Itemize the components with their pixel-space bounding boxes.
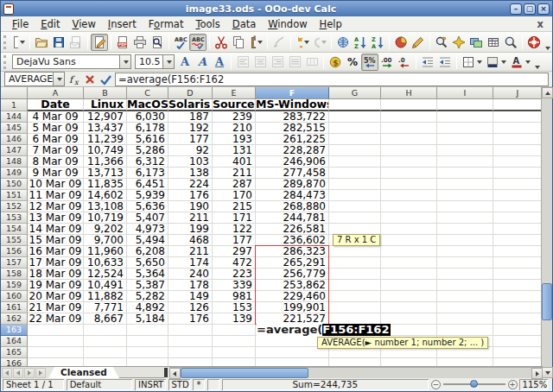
cell[interactable]: 14 Mar 09 — [28, 224, 84, 235]
cell[interactable]: 5,407 — [127, 212, 168, 224]
row-header-156[interactable]: 156 — [1, 246, 28, 257]
row-header-146[interactable]: 146 — [1, 134, 28, 145]
cell[interactable]: 126 — [168, 302, 213, 313]
row-header-153[interactable]: 153 — [1, 212, 28, 224]
cell[interactable]: 244,781 — [256, 212, 329, 224]
cell[interactable] — [493, 123, 543, 134]
cell[interactable] — [329, 257, 381, 269]
underline-icon[interactable]: A — [211, 54, 228, 71]
cell[interactable] — [256, 358, 329, 366]
cell[interactable] — [381, 212, 437, 224]
cell[interactable] — [381, 246, 437, 257]
cell[interactable]: 21 Mar 09 — [28, 302, 84, 313]
cell[interactable] — [127, 347, 168, 358]
cell[interactable]: 286,323 — [256, 246, 329, 257]
print-icon[interactable] — [131, 34, 149, 51]
cell[interactable]: 11,960 — [84, 246, 127, 257]
cell[interactable]: 211 — [168, 246, 213, 257]
cell[interactable] — [381, 111, 437, 123]
italic-icon[interactable]: A — [194, 54, 211, 71]
font-color-icon[interactable]: A — [508, 54, 532, 71]
cell[interactable] — [213, 336, 256, 347]
new-document-icon[interactable] — [10, 34, 27, 51]
minimize-button[interactable]: – — [510, 3, 522, 15]
cell[interactable] — [329, 201, 381, 212]
cell[interactable]: 139 — [213, 313, 256, 325]
cell[interactable] — [329, 190, 381, 201]
cell[interactable]: 9 Mar 09 — [28, 168, 84, 179]
cell[interactable] — [437, 358, 493, 366]
cell[interactable]: 246,906 — [256, 156, 329, 168]
cell[interactable] — [437, 257, 493, 269]
zoom-slider-track[interactable] — [443, 383, 505, 385]
cell[interactable] — [437, 123, 493, 134]
page-style-indicator[interactable]: Default — [67, 379, 132, 390]
scroll-left-icon[interactable] — [169, 368, 181, 379]
cell[interactable]: Linux — [84, 99, 127, 111]
cell[interactable] — [493, 235, 543, 246]
cell[interactable] — [329, 291, 381, 302]
cell[interactable]: 13 Mar 09 — [28, 212, 84, 224]
cell[interactable] — [437, 235, 493, 246]
cell[interactable] — [329, 134, 381, 145]
cell[interactable] — [493, 156, 543, 168]
cell[interactable] — [84, 336, 127, 347]
cell[interactable]: 6,030 — [127, 111, 168, 123]
open-icon[interactable] — [33, 34, 50, 51]
cell[interactable] — [437, 280, 493, 291]
cell[interactable]: 6,178 — [127, 123, 168, 134]
cell[interactable]: 13,108 — [84, 201, 127, 212]
zoom-icon[interactable] — [502, 34, 519, 51]
toolbar-grip[interactable] — [3, 55, 8, 69]
cell[interactable] — [381, 134, 437, 145]
cell[interactable] — [329, 179, 381, 190]
cell[interactable]: 10,749 — [84, 145, 127, 156]
cell[interactable] — [381, 123, 437, 134]
delete-decimal-icon[interactable]: .0 — [396, 54, 413, 71]
cell[interactable] — [381, 269, 437, 280]
cell[interactable]: 8 Mar 09 — [28, 156, 84, 168]
cell[interactable]: 11,239 — [84, 134, 127, 145]
cell[interactable] — [493, 168, 543, 179]
cell[interactable]: 7,771 — [84, 302, 127, 313]
copy-icon[interactable] — [230, 34, 247, 51]
cell[interactable]: 103 — [168, 156, 213, 168]
cell[interactable] — [381, 168, 437, 179]
cell[interactable]: 253,862 — [256, 280, 329, 291]
cell[interactable]: 190 — [168, 201, 213, 212]
cell[interactable]: 297 — [213, 246, 256, 257]
select-all-corner[interactable] — [1, 87, 28, 99]
font-name-value[interactable]: DejaVu Sans — [12, 54, 119, 69]
cell[interactable] — [437, 291, 493, 302]
cell[interactable]: 176 — [168, 313, 213, 325]
cell[interactable]: 283,722 — [256, 111, 329, 123]
cell[interactable]: 229,460 — [256, 291, 329, 302]
borders-icon[interactable] — [460, 54, 484, 71]
row-header-158[interactable]: 158 — [1, 269, 28, 280]
cell[interactable] — [493, 212, 543, 224]
cell[interactable] — [168, 336, 213, 347]
find-and-replace-icon[interactable] — [433, 34, 450, 51]
cell[interactable]: 16 Mar 09 — [28, 246, 84, 257]
toolbar-overflow-icon[interactable] — [535, 66, 540, 69]
cell[interactable]: 5,939 — [127, 190, 168, 201]
horizontal-scroll-thumb[interactable] — [181, 368, 308, 378]
formula-input-line[interactable]: =average(F156:F162 — [115, 73, 549, 86]
undo-icon[interactable] — [294, 34, 311, 51]
cell[interactable]: 177 — [168, 134, 213, 145]
cell[interactable]: 256,779 — [256, 269, 329, 280]
cell[interactable]: 5,286 — [127, 145, 168, 156]
standard-number-format-icon[interactable]: 5% — [361, 54, 378, 71]
cell[interactable]: 211 — [213, 168, 256, 179]
cell[interactable]: 240 — [168, 269, 213, 280]
maximize-button[interactable]: ▢ — [524, 3, 536, 15]
menu-edit[interactable]: Edit — [35, 17, 66, 31]
next-sheet-icon[interactable] — [24, 368, 35, 378]
font-name-combo[interactable]: DejaVu Sans — [12, 54, 131, 69]
cell[interactable] — [329, 111, 381, 123]
scroll-right-icon[interactable] — [531, 368, 543, 379]
cell[interactable]: 10,719 — [84, 212, 127, 224]
cell[interactable]: 472 — [213, 257, 256, 269]
cell[interactable]: 223 — [213, 269, 256, 280]
cell[interactable] — [437, 111, 493, 123]
